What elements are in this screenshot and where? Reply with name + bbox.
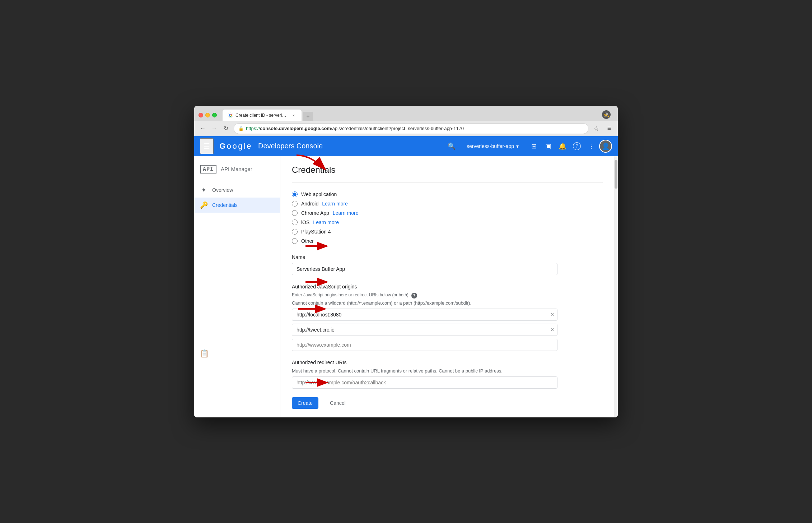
- console-title: Developers Console: [258, 142, 323, 150]
- ios-learn-more-link[interactable]: Learn more: [313, 219, 339, 225]
- page-title: Credentials: [292, 165, 603, 175]
- sidebar-overview-label: Overview: [212, 187, 233, 193]
- name-label: Name: [292, 254, 603, 260]
- url-domain: console.developers.google.com: [260, 126, 331, 131]
- forward-button[interactable]: →: [209, 124, 219, 134]
- name-input[interactable]: [292, 263, 557, 275]
- help-button[interactable]: ?: [570, 140, 583, 153]
- help-icon: ?: [573, 142, 581, 150]
- minimize-button[interactable]: [205, 113, 210, 117]
- radio-other[interactable]: [292, 238, 298, 244]
- radio-other-label: Other: [301, 238, 314, 244]
- hamburger-icon: ☰: [204, 142, 210, 150]
- radio-option-ios: iOS Learn more: [292, 218, 603, 227]
- redirect-uris-input-1[interactable]: [292, 376, 557, 389]
- section-divider: [292, 182, 603, 182]
- more-button[interactable]: ⋮: [585, 140, 598, 153]
- js-origins-description-row: Enter JavaScript origins here or redirec…: [292, 292, 603, 299]
- bookmark-button[interactable]: ☆: [591, 124, 601, 134]
- maximize-button[interactable]: [212, 113, 217, 117]
- js-origins-input-2[interactable]: [292, 324, 557, 336]
- header-icons: ⊞ ▣ 🔔 ? ⋮ 👤: [527, 140, 612, 153]
- create-button[interactable]: Create: [292, 397, 318, 409]
- more-icon: ⋮: [588, 142, 594, 150]
- avatar-icon: 👤: [602, 142, 610, 150]
- js-origins-input-1[interactable]: [292, 309, 557, 321]
- search-icon: 🔍: [448, 142, 456, 150]
- chrome-menu-button[interactable]: ≡: [604, 124, 614, 134]
- radio-web-application[interactable]: [292, 191, 298, 197]
- back-icon: ←: [200, 125, 206, 132]
- close-button[interactable]: [199, 113, 203, 117]
- content-area: Credentials Web application Android Lear…: [280, 156, 614, 417]
- js-origins-clear-1[interactable]: ×: [551, 312, 554, 318]
- radio-playstation-label: PlayStation 4: [301, 229, 331, 235]
- info-icon[interactable]: ?: [411, 293, 417, 298]
- search-button[interactable]: 🔍: [445, 140, 458, 153]
- browser-window: Create client ID - serverles... × + 🕵 ← …: [194, 106, 618, 417]
- js-origins-field-1: ×: [292, 309, 557, 321]
- address-bar[interactable]: 🔒 https://console.developers.google.com/…: [234, 123, 588, 134]
- project-selector[interactable]: serverless-buffer-app ▾: [464, 142, 522, 151]
- tab-close-button[interactable]: ×: [291, 112, 297, 118]
- logo-g: G: [219, 142, 225, 151]
- js-origins-field-3: [292, 339, 557, 351]
- url-path: /apis/credentials/oauthclient?project=se…: [331, 126, 464, 131]
- tab-favicon-icon: [228, 112, 233, 118]
- radio-ios-label: iOS: [301, 219, 309, 225]
- terminal-icon: ▣: [545, 142, 551, 150]
- browser-toolbar: ← → ↻ 🔒 https://console.developers.googl…: [194, 121, 618, 136]
- traffic-lights: [199, 113, 217, 117]
- google-header: ☰ Google Developers Console 🔍 serverless…: [194, 136, 618, 156]
- sidebar-divider: [194, 181, 280, 181]
- refresh-icon: ↻: [224, 125, 228, 132]
- alert-icon: 🔔: [559, 142, 566, 150]
- svg-text:🕵: 🕵: [603, 112, 610, 118]
- redirect-uris-description: Must have a protocol. Cannot contain URL…: [292, 368, 603, 374]
- cancel-button[interactable]: Cancel: [324, 397, 351, 409]
- js-origins-section: Authorized JavaScript origins Enter Java…: [292, 284, 603, 351]
- js-origins-input-3[interactable]: [292, 339, 557, 351]
- sidebar: API API Manager ✦ Overview 🔑 Credentials…: [194, 156, 280, 417]
- back-button[interactable]: ←: [198, 124, 208, 134]
- new-tab-button[interactable]: +: [303, 112, 313, 121]
- radio-web-application-label: Web application: [301, 191, 337, 197]
- credentials-icon: 🔑: [200, 201, 207, 209]
- js-origins-field-2: ×: [292, 324, 557, 336]
- radio-chrome-app[interactable]: [292, 210, 298, 216]
- terminal-button[interactable]: ▣: [542, 140, 555, 153]
- extension-icon: 🕵: [601, 110, 611, 120]
- sidebar-item-credentials[interactable]: 🔑 Credentials: [194, 198, 280, 213]
- content-wrapper: Credentials Web application Android Lear…: [280, 156, 618, 417]
- refresh-button[interactable]: ↻: [221, 124, 231, 134]
- feedback-icon[interactable]: 📋: [200, 350, 209, 357]
- radio-ios[interactable]: [292, 219, 298, 225]
- title-bar: Create client ID - serverles... × + 🕵: [194, 106, 618, 121]
- menu-icon: ≡: [607, 125, 611, 132]
- nav-buttons: ← → ↻: [198, 124, 231, 134]
- radio-option-other: Other: [292, 236, 603, 246]
- grid-button[interactable]: ⊞: [527, 140, 540, 153]
- alert-button[interactable]: 🔔: [556, 140, 569, 153]
- hamburger-menu-button[interactable]: ☰: [200, 138, 214, 154]
- tab-bar: Create client ID - serverles... × +: [223, 110, 596, 121]
- logo-l: l: [244, 142, 245, 151]
- radio-playstation[interactable]: [292, 229, 298, 235]
- android-learn-more-link[interactable]: Learn more: [322, 201, 348, 207]
- chrome-app-learn-more-link[interactable]: Learn more: [333, 210, 359, 216]
- sidebar-item-overview[interactable]: ✦ Overview: [194, 182, 280, 198]
- avatar[interactable]: 👤: [599, 140, 612, 153]
- scrollbar-thumb[interactable]: [615, 160, 617, 189]
- js-origins-clear-2[interactable]: ×: [551, 327, 554, 333]
- redirect-uris-field-1: [292, 376, 557, 389]
- radio-android[interactable]: [292, 201, 298, 207]
- google-logo: Google: [219, 142, 251, 151]
- js-origins-description: Enter JavaScript origins here or redirec…: [292, 292, 409, 297]
- project-name: serverless-buffer-app: [467, 143, 514, 149]
- radio-option-web-application: Web application: [292, 190, 603, 199]
- lock-icon: 🔒: [238, 126, 244, 131]
- overview-icon: ✦: [200, 186, 207, 194]
- new-tab-icon: +: [306, 113, 309, 120]
- form-buttons: Create Cancel: [292, 397, 603, 409]
- active-tab[interactable]: Create client ID - serverles... ×: [223, 110, 302, 121]
